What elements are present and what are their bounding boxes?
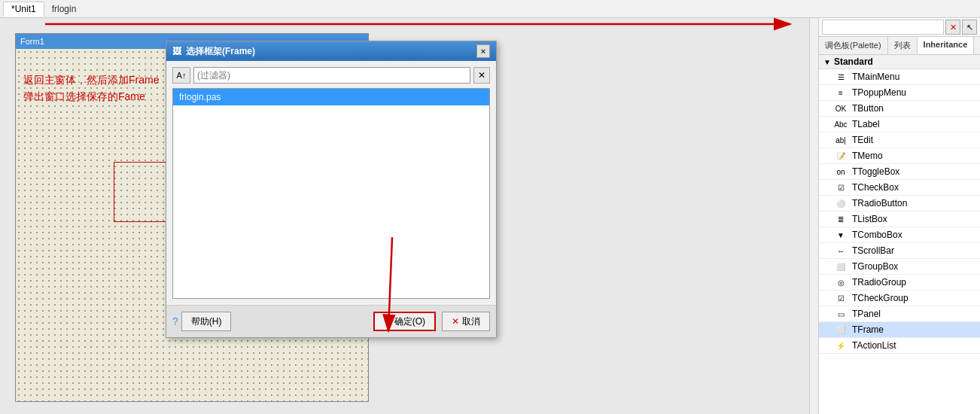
component-label: TButton xyxy=(852,103,884,114)
right-panel: ✕ ↖ 调色板(Palette) 列表 Inheritance ▼ Standa… xyxy=(818,18,980,414)
cancel-icon: ✕ xyxy=(452,316,459,327)
component-icon-tactionlist: ⚡ xyxy=(834,339,848,352)
component-item-tedit[interactable]: ab|TEdit xyxy=(819,132,980,148)
dialog-close-button[interactable]: × xyxy=(476,44,490,58)
ok-check-icon: ✓ xyxy=(384,316,391,327)
component-icon-tradiogroup: ◎ xyxy=(834,276,848,288)
component-item-tlabel[interactable]: AbcTLabel xyxy=(819,117,980,132)
component-item-tpanel[interactable]: ▭TPanel xyxy=(819,306,980,322)
component-label: TComboBox xyxy=(852,230,902,240)
component-label: TLabel xyxy=(852,119,880,129)
tab-bar: *Unit1 frlogin xyxy=(0,0,980,18)
component-item-tscrollbar[interactable]: ↔TScrollBar xyxy=(819,243,980,259)
right-search-bar: ✕ ↖ xyxy=(819,18,980,37)
component-icon-tlistbox: ≣ xyxy=(834,213,848,225)
cancel-label: 取消 xyxy=(462,315,480,328)
cursor-icon: ↖ xyxy=(966,23,973,32)
component-icon-tradiobutton: ⚪ xyxy=(834,197,848,209)
right-panel-tabs: 调色板(Palette) 列表 Inheritance xyxy=(819,37,980,55)
sort-button[interactable]: A↑ xyxy=(172,67,190,84)
component-icon-tcombobox: ▼ xyxy=(834,229,848,241)
tab-palette[interactable]: 调色板(Palette) xyxy=(819,37,888,54)
tab-unit1[interactable]: *Unit1 xyxy=(3,2,44,17)
component-icon-tlabel: Abc xyxy=(834,118,848,130)
component-item-tpopupmenu[interactable]: ≡TPopupMenu xyxy=(819,85,980,101)
form-title-label: Form1 xyxy=(20,37,44,46)
cancel-button[interactable]: ✕ 取消 xyxy=(442,312,490,331)
instruction-line1: 返回主窗体，然后添加Frame xyxy=(23,72,159,88)
component-item-ttogglebox[interactable]: onTToggleBox xyxy=(819,164,980,180)
instruction-line2: 弹出窗口选择保存的Fame xyxy=(23,88,159,105)
dialog-toolbar: A↑ ✕ xyxy=(172,67,490,84)
footer-left: ? 帮助(H) xyxy=(172,312,231,331)
component-label: TRadioGroup xyxy=(852,277,906,288)
dialog-title-label: 选择框架(Frame) xyxy=(186,45,255,58)
tab-inheritance[interactable]: Inheritance xyxy=(918,37,975,54)
component-item-tlistbox[interactable]: ≣TListBox xyxy=(819,212,980,227)
dialog-body: A↑ ✕ frlogin.pas xyxy=(166,61,496,305)
dialog-title-left: 🖼 选择框架(Frame) xyxy=(172,45,255,58)
component-label: TMemo xyxy=(852,151,883,161)
component-item-tbutton[interactable]: OKTButton xyxy=(819,101,980,117)
component-icon-tpopupmenu: ≡ xyxy=(834,87,848,99)
select-frame-dialog: 🖼 选择框架(Frame) × A↑ ✕ frlogin.pas xyxy=(166,41,497,338)
component-label: TFrame xyxy=(852,324,884,335)
component-item-tgroupbox[interactable]: ⬜TGroupBox xyxy=(819,259,980,275)
file-list[interactable]: frlogin.pas xyxy=(172,88,490,299)
help-icon: ? xyxy=(172,315,178,327)
main-area: Form1 返回主窗体，然后添加Frame 弹出窗口选择保存的Fame 🖼 选择… xyxy=(0,18,980,414)
component-label: TListBox xyxy=(852,214,887,224)
component-icon-tedit: ab| xyxy=(834,134,848,146)
component-item-tcheckgroup[interactable]: ☑TCheckGroup xyxy=(819,291,980,306)
component-item-tradiogroup[interactable]: ◎TRadioGroup xyxy=(819,275,980,291)
component-item-tmainmenu[interactable]: ☰TMainMenu xyxy=(819,69,980,85)
component-item-tradiobutton[interactable]: ⚪TRadioButton xyxy=(819,196,980,212)
component-label: TRadioButton xyxy=(852,198,907,209)
component-label: TActionList xyxy=(852,340,896,351)
component-label: TCheckBox xyxy=(852,182,899,193)
right-search-input[interactable] xyxy=(822,20,944,35)
component-icon-tbutton: OK xyxy=(834,102,848,114)
component-label: TPanel xyxy=(852,309,881,319)
instruction-text: 返回主窗体，然后添加Frame 弹出窗口选择保存的Fame xyxy=(23,72,159,105)
sort-icon: A↑ xyxy=(177,71,187,80)
component-icon-tmemo: 📝 xyxy=(834,150,848,162)
component-icon-ttogglebox: on xyxy=(834,166,848,178)
designer-scrollbar[interactable] xyxy=(809,18,818,414)
component-icon-tcheckgroup: ☑ xyxy=(834,292,848,304)
component-label: TToggleBox xyxy=(852,166,899,177)
component-item-tcheckbox[interactable]: ☑TCheckBox xyxy=(819,180,980,196)
component-label: TMainMenu xyxy=(852,72,899,82)
component-label: TEdit xyxy=(852,135,873,145)
component-label: TPopupMenu xyxy=(852,87,906,98)
component-item-tcombobox[interactable]: ▼TComboBox xyxy=(819,227,980,243)
search-cursor-button[interactable]: ↖ xyxy=(962,20,977,35)
clear-icon: ✕ xyxy=(478,70,485,81)
category-arrow-icon: ▼ xyxy=(823,58,831,66)
dialog-icon: 🖼 xyxy=(172,46,181,56)
component-icon-tcheckbox: ☑ xyxy=(834,181,848,193)
tab-filename: frlogin xyxy=(46,2,83,16)
search-clear-button[interactable]: ✕ xyxy=(945,20,960,35)
ok-label: 确定(O) xyxy=(394,315,425,328)
component-icon-tmainmenu: ☰ xyxy=(834,71,848,83)
component-category-standard[interactable]: ▼ Standard xyxy=(819,55,980,69)
dialog-footer: ? 帮助(H) ✓ 确定(O) ✕ 取消 xyxy=(166,305,496,337)
component-icon-tscrollbar: ↔ xyxy=(834,245,848,257)
help-button[interactable]: 帮助(H) xyxy=(181,312,232,331)
ok-button[interactable]: ✓ 确定(O) xyxy=(373,312,436,331)
footer-right: ✓ 确定(O) ✕ 取消 xyxy=(373,312,490,331)
tab-list[interactable]: 列表 xyxy=(888,37,918,54)
file-list-item[interactable]: frlogin.pas xyxy=(173,89,489,105)
component-label: TScrollBar xyxy=(852,245,894,256)
category-label: Standard xyxy=(834,56,873,67)
component-list: ▼ Standard ☰TMainMenu≡TPopupMenuOKTButto… xyxy=(819,55,980,414)
component-icon-tgroupbox: ⬜ xyxy=(834,260,848,272)
form-designer: Form1 返回主窗体，然后添加Frame 弹出窗口选择保存的Fame 🖼 选择… xyxy=(0,18,818,414)
filter-input[interactable] xyxy=(193,67,470,84)
filter-clear-button[interactable]: ✕ xyxy=(473,67,490,84)
component-icon-tframe: ⬜ xyxy=(834,324,848,336)
component-item-tframe[interactable]: ⬜TFrame xyxy=(819,322,980,338)
component-item-tmemo[interactable]: 📝TMemo xyxy=(819,148,980,164)
component-item-tactionlist[interactable]: ⚡TActionList xyxy=(819,338,980,354)
